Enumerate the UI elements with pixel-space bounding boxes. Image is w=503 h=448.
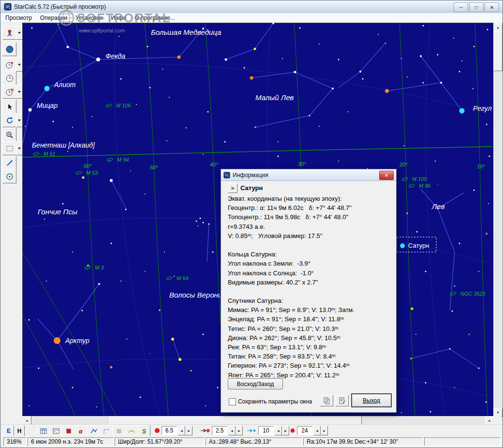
time-now-dropdown[interactable]: [16, 85, 23, 99]
svg-text:Фекда: Фекда: [105, 52, 125, 60]
page-pencil-icon: [338, 397, 346, 404]
zoom-level: 316%: [3, 437, 27, 446]
menu-info[interactable]: Инфо: [111, 15, 126, 21]
pointer-button[interactable]: [2, 100, 16, 114]
planet-magnitude-decrease[interactable]: ◄: [228, 426, 236, 435]
panel-icon: [52, 427, 60, 435]
equatorial-mode-button[interactable]: E: [3, 425, 14, 436]
constellation-lines-button[interactable]: [87, 425, 100, 437]
select-region-dropdown[interactable]: [16, 141, 23, 155]
dialog-title-bar[interactable]: Информация ✕: [221, 169, 396, 181]
arrow-red-dot-icon: [200, 427, 211, 434]
time-step-dropdown[interactable]: [16, 58, 23, 72]
svg-text:NGC 3521: NGC 3521: [460, 291, 486, 297]
object-expand-button[interactable]: >: [228, 183, 237, 193]
title-bar[interactable]: StarCalc 5.72 (Быстрый просмотр) ─ □ ✕: [0, 0, 503, 14]
observer-location-dropdown[interactable]: [16, 26, 23, 40]
constellation-borders-button[interactable]: [100, 425, 113, 437]
latlong-panel: Шир/Долг: 51.67°/39.20°: [115, 437, 205, 446]
time-step-forward-button[interactable]: [2, 58, 16, 72]
info-line: Тетис: PA = 260°; Sep = 21.0"; V: 10.3ᵐ: [228, 324, 393, 333]
star-names-button[interactable]: α: [74, 425, 88, 437]
svg-text:M 64: M 64: [177, 275, 188, 281]
scrollbar-corner: [493, 416, 502, 424]
rotate-view-button[interactable]: [2, 113, 16, 127]
copy-window-params-button[interactable]: [320, 395, 333, 406]
save-window-params-label: Сохранять параметры окна: [238, 398, 312, 405]
time-now-button[interactable]: N: [2, 85, 16, 99]
menu-view[interactable]: Просмотр: [5, 15, 32, 21]
theodolite-icon: [5, 29, 14, 37]
save-window-params-checkbox[interactable]: [229, 398, 236, 405]
satellites-button[interactable]: S: [137, 425, 150, 437]
earth-globe-button[interactable]: [2, 42, 16, 56]
svg-text:M 106: M 106: [116, 103, 131, 108]
globe-icon: [5, 45, 14, 54]
vertical-scroll-thumb[interactable]: [493, 31, 503, 71]
information-dialog: Информация ✕ > Сатурн Экват. координаты …: [221, 169, 397, 413]
svg-text:Бенетнаш [Алкаид]: Бенетнаш [Алкаид]: [32, 141, 95, 149]
maximize-button[interactable]: □: [469, 2, 484, 12]
svg-text:Большая Медведица: Большая Медведица: [151, 28, 221, 36]
dialog-info-lines: Экват. координаты (на текущую эпоху):Гео…: [228, 194, 393, 380]
dialog-close-button[interactable]: ✕: [379, 171, 394, 180]
bottom-toolbar: E H α: [1, 424, 503, 436]
apply-window-params-button[interactable]: [335, 395, 349, 406]
zoom-in-button[interactable]: [2, 128, 16, 142]
clock-icon: [5, 74, 14, 83]
svg-text:M 3: M 3: [95, 265, 104, 270]
dso-magnitude-decrease[interactable]: ◄: [275, 426, 282, 435]
chart-window-button[interactable]: [37, 425, 50, 437]
ecliptic-button[interactable]: [125, 425, 138, 437]
arrow-cyan-dot-icon: [247, 427, 257, 434]
map-settings-button[interactable]: [49, 425, 62, 437]
info-line: Топоцентр.: 11ч 9м 5.98с δ: +7° 44' 48.0…: [228, 212, 393, 222]
menu-settings[interactable]: Установки: [75, 15, 103, 21]
time-step-increase[interactable]: ►: [321, 426, 328, 435]
close-button[interactable]: ✕: [485, 2, 499, 12]
dialog-title: Информация: [233, 172, 268, 179]
star-magnitude-increase[interactable]: ►: [185, 426, 192, 435]
time-step-decrease[interactable]: ◄: [313, 426, 321, 435]
vertical-scrollbar[interactable]: ▲ ▼: [493, 23, 502, 416]
horizontal-mode-button[interactable]: H: [14, 425, 25, 436]
red-dot-icon: [289, 427, 296, 434]
ecliptic-icon: [128, 427, 135, 435]
scroll-up-button[interactable]: ▲: [493, 23, 503, 32]
star-magnitude-decrease[interactable]: ◄: [178, 426, 185, 435]
magnifier-plus-icon: [5, 131, 14, 139]
exit-button[interactable]: Выход: [352, 394, 391, 407]
info-line: Рея: PA = 63°; Sep = 13.1"; V: 9.8ᵐ: [228, 343, 393, 352]
alpha-icon: α: [77, 427, 85, 435]
rise-set-button[interactable]: Восход/Заход: [228, 378, 283, 389]
menu-operations[interactable]: Операции: [40, 15, 67, 21]
coordinate-grid-button[interactable]: [112, 425, 125, 437]
rotate-view-dropdown[interactable]: [16, 113, 23, 127]
copy-page-icon: [323, 397, 330, 404]
observer-location-button[interactable]: [2, 26, 16, 40]
info-line: Спутники Сатурна:: [228, 296, 393, 305]
svg-text:30°: 30°: [298, 161, 306, 167]
time-set-button[interactable]: [2, 71, 16, 85]
horizontal-scrollbar[interactable]: ◄ ►: [22, 416, 493, 424]
dso-magnitude-increase[interactable]: ►: [282, 426, 289, 435]
menu-about[interactable]: О программе...: [134, 15, 175, 21]
svg-text:N: N: [11, 88, 14, 91]
window-title: StarCalc 5.72 (Быстрый просмотр): [14, 3, 106, 10]
selection-rect-icon: [5, 144, 14, 153]
red-marker-button[interactable]: [62, 425, 75, 437]
pan-view-button[interactable]: [2, 156, 16, 170]
window-controls: ─ □ ✕: [454, 2, 499, 12]
dso-magnitude-value: 10: [258, 426, 274, 435]
select-region-button[interactable]: [2, 141, 16, 155]
field-of-view-button[interactable]: [2, 169, 16, 183]
clock-now-icon: N: [5, 88, 14, 96]
svg-text:50°: 50°: [150, 164, 158, 170]
minimize-button[interactable]: ─: [454, 2, 468, 12]
svg-text:Алиот: Алиот: [54, 81, 76, 89]
planet-magnitude-increase[interactable]: ►: [236, 426, 243, 435]
svg-text:40°: 40°: [210, 162, 218, 167]
svg-text:Арктур: Арктур: [65, 337, 89, 344]
planet-magnitude-spinner: 2.5 ◄ ►: [200, 426, 243, 435]
svg-text:M 63: M 63: [86, 170, 98, 176]
